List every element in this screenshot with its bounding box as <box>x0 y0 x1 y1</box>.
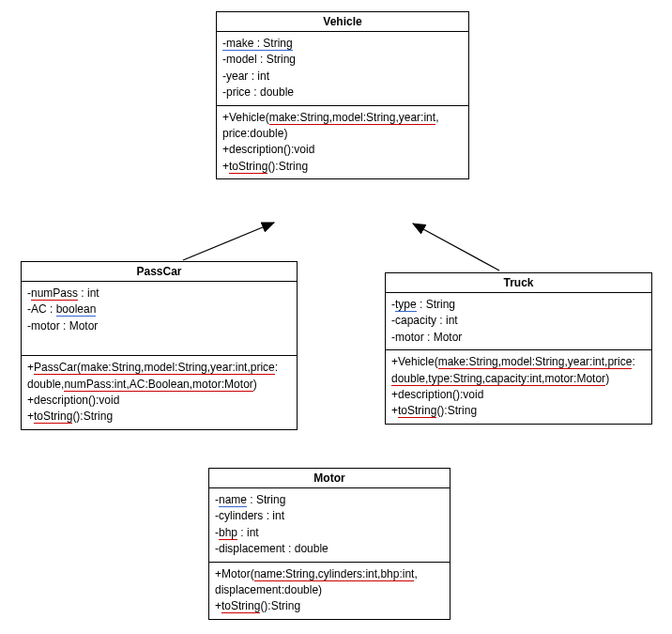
class-name: Truck <box>386 273 651 293</box>
attributes-section: -name : String -cylinders : int -bhp : i… <box>209 488 450 563</box>
attr-ac: -AC : boolean <box>27 302 291 317</box>
class-name: Vehicle <box>217 12 468 32</box>
class-name: PassCar <box>22 262 297 282</box>
class-passcar: PassCar -numPass : int -AC : boolean -mo… <box>21 261 298 430</box>
methods-section: +Vehicle(make:String,model:String,year:i… <box>386 350 651 424</box>
methods-section: +Motor(name:String,cylinders:int,bhp:int… <box>209 563 450 619</box>
attr-cylinders: -cylinders : int <box>215 508 444 524</box>
svg-line-2 <box>413 224 499 271</box>
attr-numpass: -numPass : int <box>27 286 291 302</box>
method-description: +description():void <box>27 393 291 409</box>
attr-price: -price : double <box>222 85 463 101</box>
method-tostring: +toString():String <box>215 598 444 614</box>
methods-section: +Vehicle(make:String,model:String,year:i… <box>217 106 468 179</box>
attr-displacement: -displacement : double <box>215 541 444 557</box>
method-constructor-line2: double,type:String,capacity:int,motor:Mo… <box>391 371 646 387</box>
method-tostring: +toString():String <box>222 159 463 175</box>
method-constructor: +Vehicle(make:String,model:String,year:i… <box>222 110 463 126</box>
attributes-section: -make : String -model : String -year : i… <box>217 32 468 106</box>
class-truck: Truck -type : String -capacity : int -mo… <box>385 272 652 425</box>
attr-make: -make : String <box>222 36 463 52</box>
method-description: +description():void <box>391 387 646 403</box>
class-name: Motor <box>209 469 450 488</box>
method-constructor-line2: double,numPass:int,AC:Boolean,motor:Moto… <box>27 377 291 393</box>
method-tostring: +toString():String <box>391 403 646 419</box>
class-vehicle: Vehicle -make : String -model : String -… <box>216 11 469 179</box>
attr-motor: -motor : Motor <box>27 318 291 334</box>
class-motor: Motor -name : String -cylinders : int -b… <box>208 468 451 620</box>
methods-section: +PassCar(make:String,model:String,year:i… <box>22 356 297 429</box>
attr-type: -type : String <box>391 297 646 313</box>
svg-line-1 <box>183 223 274 260</box>
attr-model: -model : String <box>222 52 463 68</box>
attr-motor: -motor : Motor <box>391 330 646 346</box>
attr-capacity: -capacity : int <box>391 313 646 329</box>
method-constructor-line2: displacement:double) <box>215 582 444 598</box>
attr-bhp: -bhp : int <box>215 525 444 541</box>
method-tostring: +toString():String <box>27 409 291 425</box>
method-constructor: +PassCar(make:String,model:String,year:i… <box>27 360 291 376</box>
attr-name: -name : String <box>215 492 444 508</box>
method-description: +description():void <box>222 142 463 158</box>
method-constructor: +Vehicle(make:String,model:String,year:i… <box>391 354 646 370</box>
method-constructor: +Motor(name:String,cylinders:int,bhp:int… <box>215 566 444 582</box>
attr-year: -year : int <box>222 69 463 85</box>
method-constructor-line2: price:double) <box>222 126 463 142</box>
attributes-section: -numPass : int -AC : boolean -motor : Mo… <box>22 282 297 356</box>
attributes-section: -type : String -capacity : int -motor : … <box>386 293 651 350</box>
